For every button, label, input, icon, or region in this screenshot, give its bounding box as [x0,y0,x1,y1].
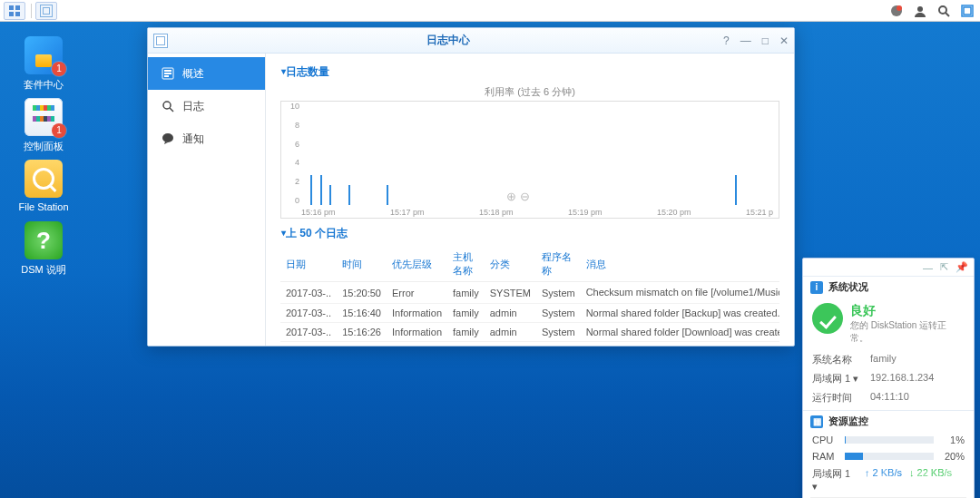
svg-rect-14 [164,75,169,77]
svg-rect-13 [164,73,172,74]
health-title-text: 系统状况 [828,280,868,294]
desktop-icon-label: DSM 说明 [16,263,71,277]
svg-rect-2 [9,12,14,16]
svg-rect-0 [9,5,14,10]
value-cpu: 1% [939,435,965,445]
files-icon [24,160,63,198]
watermark-text: 什么值得买 [876,466,971,491]
overview-icon [161,66,175,81]
svg-point-17 [162,133,173,142]
svg-rect-12 [164,70,172,72]
value-sysname: family [870,353,965,366]
window-minimize-button[interactable]: — [740,34,751,47]
monitor-title-text: 资源监控 [828,415,868,428]
desktop-icon-label: File Station [16,201,71,212]
value-uptime: 04:11:10 [870,391,965,405]
window-title: 日志中心 [173,33,723,48]
notifications-icon[interactable] [887,2,906,20]
widgets-icon[interactable] [958,2,976,20]
col-header[interactable]: 程序名称 [536,247,581,282]
col-header[interactable]: 日期 [280,247,337,282]
cpu-bar [845,436,934,444]
user-icon[interactable] [911,2,929,20]
info-icon: i [810,281,823,294]
log-center-window: 日志中心 ? — □ ✕ 概述日志通知 日志数量 利用率 (过去 6 分钟) 1… [147,27,795,347]
log-content: 日志数量 利用率 (过去 6 分钟) 1086420 ⊕ ⊖ 15:16 pm1… [266,54,794,346]
svg-line-16 [170,108,173,112]
label-cpu: CPU [812,435,839,445]
window-maximize-button[interactable]: □ [762,34,769,47]
section-log-volume[interactable]: 日志数量 [280,64,779,80]
desktop-icon-label: 套件中心 [16,78,71,92]
svg-rect-1 [15,5,20,10]
sidebar-item-label: 通知 [182,132,204,147]
svg-point-7 [939,6,946,14]
health-section-title: i 系统状况 [803,277,974,298]
sidebar-item-label: 日志 [182,99,204,114]
log-icon [161,99,175,113]
search-icon[interactable] [935,2,953,20]
log-volume-chart: 1086420 ⊕ ⊖ 15:16 pm15:17 pm15:18 pm15:1… [280,101,779,219]
ram-bar [845,453,934,460]
monitor-section-title: ▦ 资源监控 [803,411,974,432]
table-row[interactable]: 2017-03-..15:20:50ErrorfamilySYSTEMSyste… [280,282,779,304]
table-row[interactable]: 2017-03-..15:16:16Informationfamilyadmin… [280,342,779,343]
widget-minimize-button[interactable]: — [923,262,933,273]
taskbar [0,0,980,22]
col-header[interactable]: 主机名称 [447,247,485,282]
value-ram: 20% [939,451,965,462]
sidebar-item-notify[interactable]: 通知 [148,122,265,155]
log-sidebar: 概述日志通知 [148,54,266,346]
window-help-button[interactable]: ? [723,34,730,47]
value-lan: 192.168.1.234 [870,372,965,386]
show-desktop-button[interactable] [4,2,25,20]
svg-point-5 [897,5,902,11]
sidebar-item-log[interactable]: 日志 [148,90,265,122]
taskbar-app-logcenter[interactable] [35,2,57,20]
widget-pin-button[interactable]: 📌 [956,261,968,273]
widget-expand-button[interactable]: ⇱ [940,261,948,273]
desktop-icon-files[interactable]: File Station [16,160,71,212]
desktop-icon-ctrl[interactable]: 1控制面板 [16,98,71,153]
sidebar-item-label: 概述 [182,66,204,82]
col-header[interactable]: 分类 [485,247,536,282]
badge: 1 [52,123,66,138]
monitor-icon: ▦ [810,415,823,428]
svg-rect-3 [15,12,20,16]
log-table: 日期时间优先层级主机名称分类程序名称消息 2017-03-..15:20:50E… [280,247,779,342]
desktop-icon-help[interactable]: ?DSM 说明 [16,221,71,277]
watermark: 值 什么值得买 [841,464,971,493]
sidebar-item-overview[interactable]: 概述 [148,57,265,90]
label-lan[interactable]: 局域网 1 ▾ [812,372,870,386]
pkg-icon: 1 [24,36,63,74]
svg-point-15 [163,102,171,109]
svg-point-6 [917,6,923,12]
status-word: 良好 [850,303,965,319]
watermark-icon: 值 [841,464,870,493]
status-subtext: 您的 DiskStation 运转正常。 [850,319,965,345]
system-health-widget: — ⇱ 📌 i 系统状况 良好 您的 DiskStation 运转正常。 系统名… [802,258,975,498]
col-header[interactable]: 时间 [337,247,387,282]
section-latest-logs[interactable]: 上 50 个日志 [280,226,779,241]
svg-line-8 [946,13,949,16]
notify-icon [161,132,175,146]
svg-rect-10 [964,7,971,15]
taskbar-divider [31,4,32,18]
col-header[interactable]: 优先层级 [387,247,447,282]
widget-header: — ⇱ 📌 [803,259,974,277]
badge: 1 [52,62,66,76]
label-sysname: 系统名称 [812,353,870,366]
window-titlebar[interactable]: 日志中心 ? — □ ✕ [148,28,794,54]
label-ram: RAM [812,451,839,462]
desktop-icon-pkg[interactable]: 1套件中心 [16,36,71,92]
help-icon: ? [24,221,63,259]
window-close-button[interactable]: ✕ [779,34,789,47]
table-row[interactable]: 2017-03-..15:16:26Informationfamilyadmin… [280,323,779,342]
label-uptime: 运行时间 [812,391,870,405]
table-row[interactable]: 2017-03-..15:16:40Informationfamilyadmin… [280,304,779,323]
window-app-icon [153,34,168,48]
col-header[interactable]: 消息 [581,247,779,282]
chart-zoom-tools[interactable]: ⊕ ⊖ [506,190,530,203]
status-ok-icon [812,303,843,334]
ctrl-icon: 1 [24,98,63,136]
